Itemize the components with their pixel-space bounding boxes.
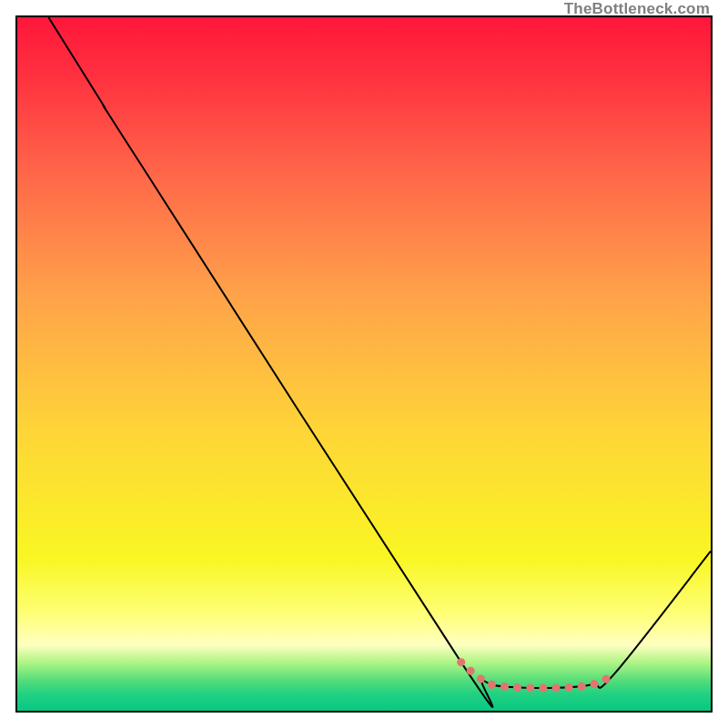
series-black-curve	[48, 17, 711, 707]
series-red-dotted-valley	[461, 662, 614, 688]
chart-lines	[17, 17, 711, 711]
chart-container: TheBottleneck.com	[0, 0, 728, 728]
plot-area	[15, 15, 713, 713]
